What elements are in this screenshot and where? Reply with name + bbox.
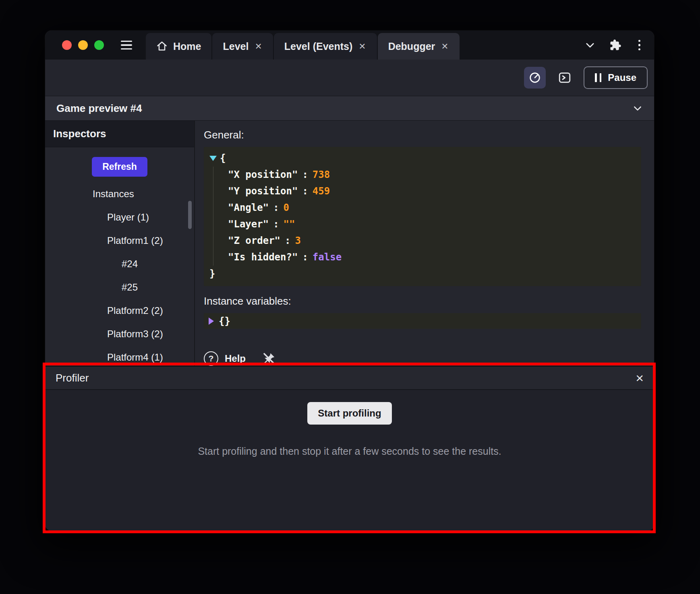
json-row-layer: "Layer":"" (228, 216, 636, 233)
tree-item-platform2[interactable]: Platform2 (2) (45, 299, 194, 322)
help-icon: ? (204, 351, 218, 366)
scrollbar-thumb[interactable] (188, 201, 192, 229)
tab-debugger[interactable]: Debugger × (378, 33, 460, 60)
profiler-body: Start profiling Start profiling and then… (45, 390, 654, 531)
inspectors-sidebar: Inspectors Refresh Instances Player (1) … (45, 121, 195, 366)
tree-item-instance-25[interactable]: #25 (45, 276, 194, 299)
tab-label: Home (173, 41, 201, 52)
inspectors-title: Inspectors (53, 128, 106, 140)
console-icon (558, 71, 572, 85)
chevron-down-icon[interactable] (584, 39, 596, 51)
unpin-icon[interactable] (262, 351, 276, 366)
close-icon[interactable]: × (636, 371, 644, 385)
profiler-panel: Profiler × Start profiling Start profili… (45, 366, 654, 531)
inspectors-list: Refresh Instances Player (1) Platform1 (… (45, 147, 194, 366)
traffic-lights (62, 40, 104, 50)
tree-item-platform1[interactable]: Platform1 (2) (45, 229, 194, 252)
home-icon (156, 41, 168, 52)
help-row: ? Help (204, 351, 641, 366)
close-icon[interactable]: × (254, 41, 262, 52)
tab-label: Level (Events) (284, 41, 353, 52)
json-open-brace: { (220, 150, 226, 167)
general-section-title: General: (204, 129, 641, 141)
instance-variables-viewer: {} (204, 313, 641, 329)
profiler-hint-text: Start profiling and then stop it after a… (198, 446, 501, 457)
pause-icon (595, 73, 601, 82)
inspector-detail-panel: General: { "X position":738 "Y position"… (195, 121, 654, 366)
profiler-title: Profiler (56, 372, 636, 384)
close-icon[interactable]: × (441, 41, 449, 52)
tree-item-platform3[interactable]: Platform3 (2) (45, 322, 194, 346)
instances-tree: Instances Player (1) Platform1 (2) #24 #… (45, 182, 194, 366)
tree-item-instance-24[interactable]: #24 (45, 252, 194, 276)
general-json-viewer: { "X position":738 "Y position":459 "Ang… (204, 147, 641, 286)
traffic-light-close[interactable] (62, 40, 72, 50)
game-preview-label: Game preview #4 (56, 102, 632, 115)
debugger-content: Inspectors Refresh Instances Player (1) … (45, 121, 654, 366)
json-close-brace: } (209, 266, 215, 282)
triangle-down-icon[interactable] (209, 156, 217, 161)
tab-level[interactable]: Level × (212, 33, 273, 60)
puzzle-icon[interactable] (609, 39, 621, 51)
pause-button[interactable]: Pause (584, 66, 648, 89)
tab-label: Debugger (388, 41, 435, 52)
json-rows: "X position":738 "Y position":459 "Angle… (213, 167, 636, 266)
tab-home[interactable]: Home (146, 33, 211, 60)
debugger-toolbar: Pause (45, 60, 654, 96)
triangle-right-icon[interactable] (209, 318, 214, 325)
tree-item-platform4[interactable]: Platform4 (1) (45, 346, 194, 366)
profiler-header: Profiler × (45, 367, 654, 390)
instance-variables-title: Instance variables: (204, 295, 641, 307)
json-row-is-hidden: "Is hidden?":false (228, 249, 636, 266)
app-window: Home Level × Level (Events) × Debugger × (45, 31, 654, 531)
traffic-light-minimize[interactable] (78, 40, 88, 50)
traffic-light-zoom[interactable] (94, 40, 104, 50)
help-label: Help (225, 353, 246, 364)
kebab-menu-icon[interactable] (635, 38, 644, 52)
tab-label: Level (223, 41, 249, 52)
close-icon[interactable]: × (358, 41, 366, 52)
chevron-down-icon[interactable] (632, 103, 643, 113)
json-row-angle: "Angle":0 (228, 200, 636, 216)
json-row-y-position: "Y position":459 (228, 183, 636, 200)
json-row-x-position: "X position":738 (228, 167, 636, 183)
tree-item-instances[interactable]: Instances (45, 182, 194, 206)
tab-level-events[interactable]: Level (Events) × (274, 33, 377, 60)
help-button[interactable]: ? Help (204, 351, 246, 366)
hamburger-menu-icon[interactable] (118, 38, 135, 52)
refresh-button[interactable]: Refresh (92, 157, 147, 177)
pause-button-label: Pause (608, 72, 636, 83)
gauge-icon (528, 71, 541, 84)
start-profiling-button[interactable]: Start profiling (307, 402, 391, 425)
tab-bar: Home Level × Level (Events) × Debugger × (45, 31, 654, 60)
tab-strip: Home Level × Level (Events) × Debugger × (146, 31, 460, 60)
game-preview-selector[interactable]: Game preview #4 (45, 96, 654, 121)
instance-variables-collapsed: {} (219, 316, 230, 327)
console-button[interactable] (554, 67, 576, 89)
tree-item-player[interactable]: Player (1) (45, 206, 194, 229)
tabbar-right-actions (584, 38, 654, 52)
profiler-toggle-button[interactable] (524, 67, 546, 89)
json-row-z-order: "Z order":3 (228, 233, 636, 249)
inspectors-header: Inspectors (45, 121, 194, 147)
